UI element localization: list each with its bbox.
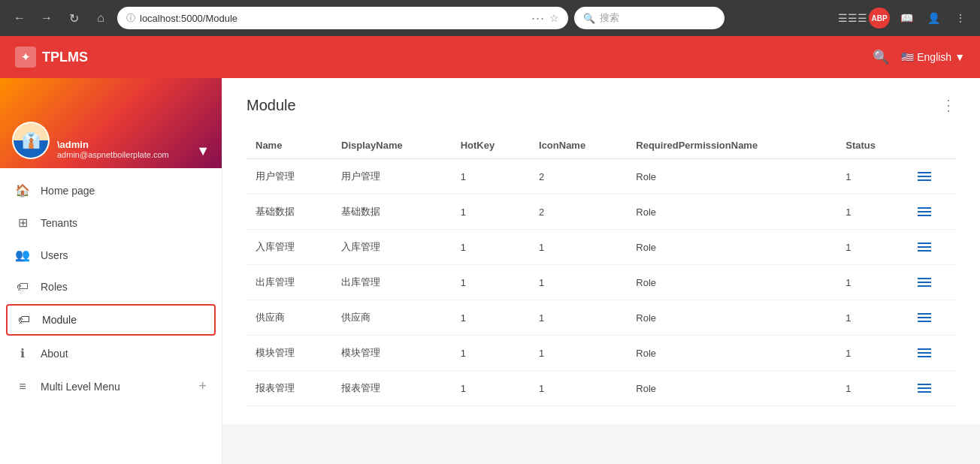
info-icon: ⓘ bbox=[126, 12, 135, 25]
search-placeholder: 搜索 bbox=[600, 11, 619, 25]
table-row: 报表管理 报表管理 1 1 Role 1 bbox=[247, 371, 956, 406]
table-row: 基础数据 基础数据 1 2 Role 1 bbox=[247, 194, 956, 230]
cell-hotkey: 1 bbox=[452, 230, 530, 265]
sidebar-item-roles[interactable]: 🏷 Roles bbox=[0, 271, 222, 303]
sidebar-item-roles-label: Roles bbox=[41, 281, 207, 293]
avatar-face: 👔 bbox=[14, 123, 48, 158]
cell-action[interactable] bbox=[909, 371, 956, 406]
forward-button[interactable]: → bbox=[36, 8, 57, 29]
menu-icon[interactable]: ⋮ bbox=[950, 8, 971, 29]
address-more-icon: ··· bbox=[531, 11, 545, 26]
browser-chrome: ← → ↻ ⌂ ⓘ localhost:5000/Module ··· ☆ 🔍 … bbox=[0, 0, 980, 36]
language-selector[interactable]: 🇺🇸 English ▼ bbox=[901, 51, 965, 63]
cell-name: 出库管理 bbox=[247, 265, 332, 300]
cell-action[interactable] bbox=[909, 300, 956, 336]
row-action-button[interactable] bbox=[918, 207, 931, 216]
sidebar-item-multilevel-label: Multi Level Menu bbox=[41, 381, 188, 393]
cell-action[interactable] bbox=[909, 159, 956, 194]
cell-name: 基础数据 bbox=[247, 194, 332, 230]
page-menu-icon[interactable]: ⋮ bbox=[941, 96, 956, 114]
lang-label: English bbox=[917, 51, 951, 63]
sidebar-item-about-label: About bbox=[41, 348, 207, 360]
roles-icon: 🏷 bbox=[15, 280, 30, 294]
multilevel-icon: ≡ bbox=[15, 380, 30, 393]
cell-requiredpermission: Role bbox=[627, 265, 836, 300]
cell-hotkey: 1 bbox=[452, 371, 530, 406]
cell-displayname: 基础数据 bbox=[332, 194, 452, 230]
cell-displayname: 出库管理 bbox=[332, 265, 452, 300]
cell-iconname: 1 bbox=[530, 336, 627, 371]
col-status: Status bbox=[836, 132, 909, 159]
cell-status: 1 bbox=[836, 371, 909, 406]
module-icon: 🏷 bbox=[17, 313, 32, 327]
back-button[interactable]: ← bbox=[9, 8, 30, 29]
row-action-button[interactable] bbox=[918, 384, 931, 393]
user-email: admin@aspnetboilerplate.com bbox=[57, 150, 169, 159]
sidebar: 👔 \admin admin@aspnetboilerplate.com ▼ 🏠… bbox=[0, 78, 222, 464]
cell-status: 1 bbox=[836, 159, 909, 194]
cell-displayname: 模块管理 bbox=[332, 336, 452, 371]
cell-hotkey: 1 bbox=[452, 300, 530, 336]
cell-name: 模块管理 bbox=[247, 336, 332, 371]
home-icon: 🏠 bbox=[15, 183, 30, 197]
user-icon[interactable]: 👤 bbox=[923, 8, 944, 29]
top-nav: ✦ TPLMS 🔍 🇺🇸 English ▼ bbox=[0, 36, 980, 78]
row-action-button[interactable] bbox=[918, 243, 931, 252]
cell-status: 1 bbox=[836, 194, 909, 230]
sidebar-item-module[interactable]: 🏷 Module bbox=[6, 304, 216, 336]
app-logo: ✦ TPLMS bbox=[15, 47, 88, 68]
cell-name: 入库管理 bbox=[247, 230, 332, 265]
cell-name: 用户管理 bbox=[247, 159, 332, 194]
cell-iconname: 1 bbox=[530, 265, 627, 300]
sidebar-user-area: 👔 \admin admin@aspnetboilerplate.com ▼ bbox=[0, 78, 222, 168]
row-action-button[interactable] bbox=[918, 172, 931, 181]
bookmark-icon: ☆ bbox=[549, 12, 559, 24]
home-button[interactable]: ⌂ bbox=[90, 8, 111, 29]
sidebar-item-about[interactable]: ℹ About bbox=[0, 337, 222, 369]
avatar: 👔 bbox=[12, 122, 50, 159]
address-bar[interactable]: ⓘ localhost:5000/Module ··· ☆ bbox=[117, 7, 568, 29]
sidebar-nav: 🏠 Home page ⊞ Tenants 👥 Users 🏷 Roles 🏷 bbox=[0, 168, 222, 409]
cell-displayname: 用户管理 bbox=[332, 159, 452, 194]
abp-icon[interactable]: ABP bbox=[869, 8, 890, 29]
table-row: 供应商 供应商 1 1 Role 1 bbox=[247, 300, 956, 336]
browser-search[interactable]: 🔍 搜索 bbox=[574, 7, 724, 29]
user-info: \admin admin@aspnetboilerplate.com bbox=[57, 139, 169, 159]
logo-icon: ✦ bbox=[15, 47, 36, 68]
row-action-button[interactable] bbox=[918, 348, 931, 357]
reader-icon[interactable]: 📖 bbox=[896, 8, 917, 29]
search-icon-top[interactable]: 🔍 bbox=[873, 49, 889, 65]
reload-button[interactable]: ↻ bbox=[63, 8, 84, 29]
sidebar-item-multilevel[interactable]: ≡ Multi Level Menu + bbox=[0, 369, 222, 403]
cell-action[interactable] bbox=[909, 230, 956, 265]
cell-requiredpermission: Role bbox=[627, 336, 836, 371]
cell-iconname: 1 bbox=[530, 371, 627, 406]
sidebar-item-tenants[interactable]: ⊞ Tenants bbox=[0, 206, 222, 239]
col-actions bbox=[909, 132, 956, 159]
cell-status: 1 bbox=[836, 230, 909, 265]
expand-icon: + bbox=[198, 378, 207, 394]
row-action-button[interactable] bbox=[918, 278, 931, 287]
extensions-icon[interactable]: ☰☰☰ bbox=[842, 8, 863, 29]
user-dropdown-icon[interactable]: ▼ bbox=[196, 143, 210, 159]
table-body: 用户管理 用户管理 1 2 Role 1 基础数据 基础数据 1 2 Role … bbox=[247, 159, 956, 406]
cell-requiredpermission: Role bbox=[627, 300, 836, 336]
cell-requiredpermission: Role bbox=[627, 194, 836, 230]
row-action-button[interactable] bbox=[918, 313, 931, 322]
sidebar-item-users[interactable]: 👥 Users bbox=[0, 239, 222, 271]
table-row: 入库管理 入库管理 1 1 Role 1 bbox=[247, 230, 956, 265]
about-icon: ℹ bbox=[15, 346, 30, 360]
table-row: 出库管理 出库管理 1 1 Role 1 bbox=[247, 265, 956, 300]
cell-status: 1 bbox=[836, 265, 909, 300]
cell-action[interactable] bbox=[909, 265, 956, 300]
sidebar-item-module-label: Module bbox=[42, 314, 205, 326]
cell-requiredpermission: Role bbox=[627, 371, 836, 406]
cell-action[interactable] bbox=[909, 336, 956, 371]
cell-hotkey: 1 bbox=[452, 265, 530, 300]
table-header: Name DisplayName HotKey IconName Require… bbox=[247, 132, 956, 159]
cell-requiredpermission: Role bbox=[627, 159, 836, 194]
cell-action[interactable] bbox=[909, 194, 956, 230]
data-table: Name DisplayName HotKey IconName Require… bbox=[247, 132, 956, 406]
content-area: Module ⋮ Name DisplayName HotKey IconNam… bbox=[222, 78, 980, 464]
sidebar-item-home[interactable]: 🏠 Home page bbox=[0, 174, 222, 206]
